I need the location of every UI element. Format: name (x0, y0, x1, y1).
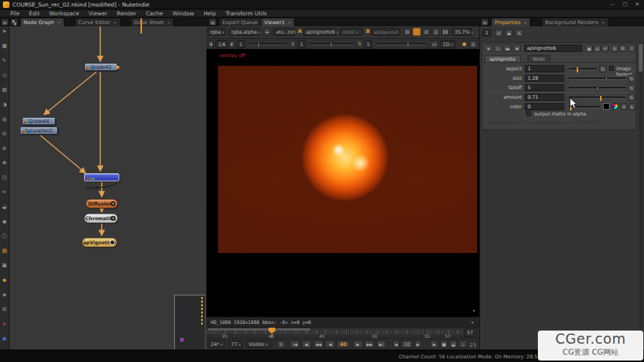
color-menu-icon[interactable]: ◑ (1, 102, 9, 108)
color-swatch[interactable] (603, 103, 610, 110)
fstop-down-button[interactable]: ◀ (208, 40, 214, 48)
transform-menu-icon[interactable]: ✥ (1, 160, 9, 167)
timeline[interactable]: 35 40 45 50 55 57 57 (206, 327, 479, 338)
node-grade43[interactable]: Grade43 (84, 63, 118, 71)
aspect-field[interactable] (525, 65, 564, 72)
tab-close-icon[interactable]: × (167, 20, 171, 25)
amount-field[interactable] (525, 94, 564, 101)
saturation-slider[interactable] (376, 43, 426, 45)
node-grade44[interactable]: Grade44 (22, 117, 56, 125)
expand-icon[interactable]: ♦ (513, 45, 521, 52)
node-diffusion1[interactable]: Diffusion1 + (86, 199, 118, 208)
merge-menu-icon[interactable]: ⊕ (1, 146, 9, 152)
layer-dropdown[interactable]: rgba▾ (207, 28, 226, 36)
center-node-icon[interactable]: ◎ (594, 45, 601, 52)
flipbook-dropdown[interactable]: Visible▾ (246, 340, 272, 348)
node-name-field[interactable] (524, 45, 583, 52)
eraser-icon[interactable]: ▪ (505, 29, 513, 37)
copy-icon[interactable]: ⧉ (619, 45, 626, 52)
tab-node-graph[interactable]: Node Graph× (20, 18, 64, 26)
tab-dope-sheet[interactable]: Dope Sheet× (130, 18, 174, 26)
skip-dropdown[interactable]: 77▾ (228, 340, 243, 348)
fstop-up-button[interactable]: ▶ (229, 40, 235, 48)
menu-cache[interactable]: Cache (146, 10, 162, 17)
image-menu-icon[interactable]: ▦ (1, 43, 9, 50)
saturation-value[interactable]: 1 (364, 40, 372, 48)
proxy-toggle-icon[interactable]: ◎ (432, 28, 440, 36)
lock-icon[interactable]: ⬓ (449, 340, 457, 348)
proxy-ratio-dropdown[interactable] (474, 28, 479, 36)
current-frame-box[interactable]: 40 (337, 340, 350, 348)
pin-panel-icon[interactable]: ✐ (495, 29, 503, 37)
channel-dropdown[interactable]: rgba.alpha▾ (228, 28, 261, 36)
pushpin-icon[interactable]: ⊥ (459, 340, 467, 348)
revert-icon[interactable]: ↻ (629, 103, 635, 110)
undo-icon[interactable]: ↶ (602, 45, 609, 52)
plugin-red-icon[interactable]: ➤ (1, 321, 9, 328)
size-slider[interactable] (569, 78, 626, 80)
node-graph-panel[interactable]: Grade43 Grade44 Saturation2 mask Diffusi… (10, 26, 206, 350)
plus-indicator-icon[interactable]: + (111, 201, 116, 206)
plugin-blue-icon[interactable]: ◉ (1, 336, 9, 342)
tab-close-icon[interactable]: × (602, 20, 605, 25)
tab-close-icon[interactable]: × (523, 20, 527, 25)
gain-swatch-icon[interactable] (413, 28, 421, 36)
tab-close-icon[interactable]: × (113, 20, 117, 25)
tab-close-icon[interactable]: × (288, 20, 291, 25)
pencil-icon[interactable]: ✎ (515, 29, 523, 37)
draw-menu-icon[interactable]: ✎ (1, 58, 9, 64)
time-menu-icon[interactable]: ◷ (1, 72, 9, 79)
grid-icon[interactable]: ▦ (585, 45, 593, 52)
prev-keyframe-button[interactable]: ◀| (302, 340, 312, 348)
node-saturation2[interactable]: Saturation2 (20, 127, 58, 135)
tab-background-renders[interactable]: Background Renders× (542, 18, 609, 26)
pane-menu-icon[interactable]: ▤ (481, 18, 489, 26)
stop-icon[interactable]: ■ (440, 340, 448, 348)
menu-render[interactable]: Render (117, 10, 137, 17)
image-format-checkbox[interactable] (609, 66, 614, 71)
view-mode-dropdown[interactable]: 2D▾ (440, 40, 456, 48)
gain-value[interactable]: 1 (236, 40, 245, 48)
panel-count-box[interactable]: 1 (482, 29, 491, 37)
color-field[interactable] (525, 103, 564, 110)
pane-menu-icon[interactable]: ▤ (1, 18, 9, 26)
menu-edit[interactable]: Edit (29, 10, 40, 17)
viewer-image-area[interactable]: overlay off ▾ (206, 49, 479, 317)
menu-file[interactable]: File (10, 10, 20, 17)
channel-menu-icon[interactable]: ▤ (1, 87, 9, 94)
menu-window[interactable]: Window (173, 10, 195, 17)
particles-menu-icon[interactable]: ✳ (1, 189, 9, 196)
output-matte-checkbox[interactable] (526, 111, 531, 116)
info-bar-expand-icon[interactable]: ▾ (471, 320, 473, 325)
filter-menu-icon[interactable]: ◍ (1, 116, 9, 123)
revert-icon[interactable]: ↻ (628, 75, 635, 82)
goto-start-button[interactable]: |◀ (290, 340, 300, 348)
plugin-orange-icon[interactable]: ◆ (1, 277, 9, 284)
pane-split-icon[interactable]: ▚ (10, 18, 18, 26)
viewer-scroll-hint-icon[interactable]: ▾ (473, 308, 475, 313)
roi-icon[interactable]: ⊘ (422, 28, 430, 36)
other-menu-icon[interactable]: ▣ (1, 263, 9, 269)
views-menu-icon[interactable]: ◉ (1, 219, 9, 225)
monitor-out-icon[interactable]: ⧉ (403, 28, 411, 36)
plus-indicator-icon[interactable]: + (111, 216, 116, 221)
pane-menu-icon[interactable]: ▤ (209, 18, 217, 26)
keyer-menu-icon[interactable]: ⊟ (1, 131, 9, 137)
color-sliders-icon[interactable]: ≡ (621, 103, 627, 110)
play-forward-button[interactable]: ▶ (353, 340, 363, 348)
step-forward-button[interactable]: ▶▶ (364, 340, 375, 348)
menu-transform-utils[interactable]: Transform Utils (225, 10, 266, 17)
frame-increment-box[interactable]: 10 (401, 340, 413, 348)
metadata-menu-icon[interactable]: ⓘ (1, 233, 9, 240)
gain-slider[interactable] (249, 43, 287, 45)
redo-icon[interactable]: ↻ (611, 45, 618, 52)
tab-curve-editor[interactable]: Curve Editor× (75, 18, 121, 26)
inc-back-button[interactable]: ◀ (392, 340, 400, 348)
goto-end-button[interactable]: ▶| (376, 340, 386, 348)
node-color-icon[interactable]: ○ (494, 45, 502, 52)
revert-icon[interactable]: ↻ (599, 65, 607, 72)
node-graph-minimap[interactable] (174, 295, 206, 350)
falloff-slider[interactable] (569, 87, 626, 89)
plugin-gray-icon[interactable]: ◈ (1, 292, 9, 298)
zoom-dropdown[interactable]: 35.7%▾ (452, 28, 472, 36)
